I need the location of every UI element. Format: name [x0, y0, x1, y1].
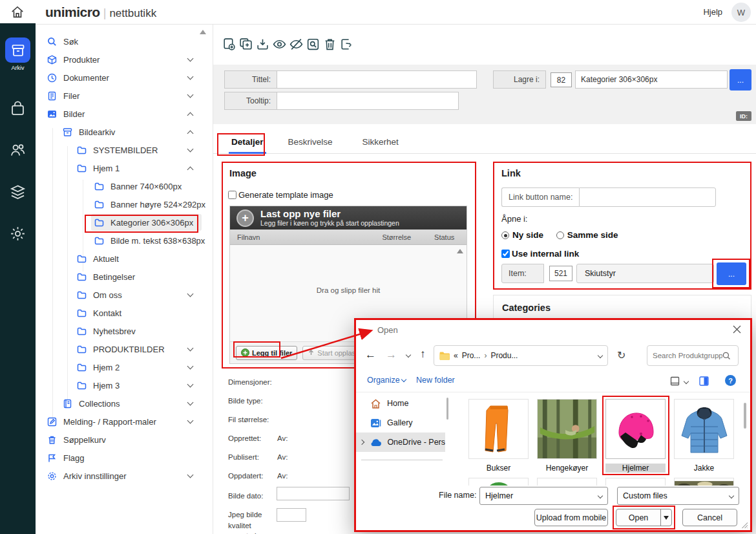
delete-icon[interactable] — [322, 37, 337, 52]
recent-locations-icon[interactable] — [406, 352, 411, 358]
nav-item-collections[interactable]: Collections — [36, 394, 213, 412]
up-icon[interactable]: ↑ — [420, 348, 426, 361]
nav-item-banner524[interactable]: Banner høyre 524×292px — [36, 195, 213, 213]
upload-from-mobile-button[interactable]: Upload from mobile — [534, 509, 608, 526]
preview-pane-icon[interactable] — [699, 376, 709, 386]
avatar[interactable]: W — [731, 3, 751, 22]
home-icon[interactable] — [10, 5, 25, 19]
file-thumb-partial-3[interactable] — [605, 478, 666, 486]
file-thumb-partial-1[interactable] — [468, 478, 529, 486]
nav-item-dokumenter[interactable]: Dokumenter — [36, 69, 213, 87]
file-type-combo[interactable]: Custom files — [617, 487, 739, 505]
new-folder-button[interactable]: New folder — [416, 376, 455, 385]
jpeg-quality-input[interactable] — [277, 508, 306, 522]
tab-sikkerhet[interactable]: Sikkerhet — [353, 133, 408, 153]
nav-item-bilder[interactable]: Bilder — [36, 105, 213, 123]
nav-item-hjem1[interactable]: Hjem 1 — [36, 159, 213, 177]
view-icon[interactable] — [670, 376, 680, 386]
address-dropdown-icon[interactable] — [598, 353, 603, 358]
search-box[interactable] — [647, 345, 739, 366]
nav-item-systembilder[interactable]: SYSTEMBILDER — [36, 141, 213, 159]
layers-icon[interactable] — [9, 184, 26, 201]
open-button[interactable]: Open — [616, 509, 672, 526]
preview-icon[interactable] — [306, 37, 320, 52]
lagre-id-box[interactable]: 82 — [551, 72, 572, 87]
nav-item-meldingmaler[interactable]: Melding- / Rapport-maler — [36, 412, 213, 431]
tab-beskrivelse[interactable]: Beskrivelse — [279, 133, 342, 153]
duplicate-icon[interactable] — [238, 37, 253, 52]
sidebar-item-gallery[interactable]: Gallery — [356, 413, 445, 433]
organize-menu[interactable]: Organize — [367, 376, 406, 385]
item-id-box[interactable]: 521 — [549, 266, 572, 281]
rail-item-arkiv[interactable] — [5, 37, 30, 63]
lagre-browse-button[interactable]: ... — [730, 69, 751, 91]
refresh-icon[interactable]: ↻ — [617, 349, 625, 361]
item-browse-button[interactable]: ... — [717, 262, 746, 285]
file-thumb-bukser[interactable] — [468, 399, 529, 459]
file-thumb-hjelmer[interactable] — [605, 399, 666, 459]
nav-item-nyhetsbrev[interactable]: Nyhetsbrev — [36, 322, 213, 340]
tittel-input[interactable] — [277, 70, 477, 89]
internal-link-checkbox[interactable] — [501, 250, 510, 258]
nav-item-omoss[interactable]: Om oss — [36, 286, 213, 304]
tab-detaljer[interactable]: Detaljer — [222, 133, 273, 153]
expand-icon[interactable] — [359, 440, 364, 445]
sidebar-scrollbar[interactable] — [446, 398, 448, 420]
internal-link-row[interactable]: Use internal link — [501, 249, 579, 259]
download-icon[interactable] — [255, 37, 270, 52]
generate-template-row[interactable]: Generate template image — [228, 190, 333, 200]
files-scrollbar[interactable] — [744, 403, 746, 429]
lagre-input[interactable] — [575, 70, 728, 89]
nav-item-aktuelt[interactable]: Aktuelt — [36, 250, 213, 268]
view-dropdown-icon[interactable] — [684, 379, 689, 384]
new-item-icon[interactable] — [222, 37, 236, 52]
help-link[interactable]: Hjelp — [703, 7, 722, 17]
sidebar-item-onedrive[interactable]: OneDrive - Pers — [356, 433, 445, 452]
shopping-bag-icon[interactable] — [9, 100, 26, 117]
file-thumb-partial-4[interactable] — [674, 478, 734, 486]
users-icon[interactable] — [9, 141, 26, 158]
show-icon[interactable] — [272, 37, 287, 52]
scroll-up-icon[interactable] — [457, 249, 463, 253]
open-dropdown-icon[interactable] — [661, 516, 671, 520]
item-value-field[interactable]: Skiutstyr — [576, 264, 714, 283]
nav-item-banner740[interactable]: Banner 740×600px — [36, 177, 213, 195]
nav-item-produkter[interactable]: Produkter — [36, 50, 213, 69]
address-bar[interactable]: « Pro... › Produ... — [434, 345, 608, 366]
nav-item-bilde638[interactable]: Bilde m. tekst 638×638px — [36, 231, 213, 250]
nav-item-filer[interactable]: Filer — [36, 87, 213, 105]
nav-item-betingelser[interactable]: Betingelser — [36, 268, 213, 286]
nav-item-flagg[interactable]: Flagg — [36, 449, 213, 467]
search-input[interactable] — [653, 352, 722, 359]
nav-item-soppelkurv[interactable]: Søppelkurv — [36, 431, 213, 449]
cancel-button[interactable]: Cancel — [682, 509, 737, 526]
nav-item-kategorier[interactable]: Kategorier 306×306px — [36, 213, 213, 231]
file-name-combo[interactable]: Hjelmer — [479, 487, 608, 505]
tooltip-input[interactable] — [277, 92, 459, 110]
generate-template-checkbox[interactable] — [228, 191, 236, 199]
bilde-dato-input[interactable] — [277, 487, 350, 500]
radio-samme-side[interactable]: Samme side — [556, 230, 618, 240]
gear-icon[interactable] — [9, 225, 26, 242]
nav-item-produktbilder[interactable]: PRODUKTBILDER — [36, 340, 213, 358]
nav-item-bildearkiv[interactable]: Bildearkiv — [36, 123, 213, 141]
crumb-parent[interactable]: Pro... — [462, 351, 481, 360]
close-icon[interactable] — [733, 325, 741, 334]
file-thumb-hengekoyer[interactable] — [537, 399, 597, 459]
file-thumb-jakke[interactable] — [674, 399, 734, 459]
crumb-current[interactable]: Produ... — [490, 351, 518, 360]
sidebar-item-home[interactable]: Home — [356, 394, 445, 413]
hide-icon[interactable] — [289, 37, 304, 52]
help-icon[interactable]: ? — [725, 375, 736, 386]
file-thumb-partial-2[interactable] — [537, 478, 597, 486]
nav-item-hjem2[interactable]: Hjem 2 — [36, 358, 213, 376]
link-button-name-input[interactable] — [579, 187, 716, 207]
nav-item-arkivinnstillinger[interactable]: Arkiv innstillinger — [36, 467, 213, 485]
resize-grip[interactable] — [741, 522, 748, 528]
nav-item-hjem3[interactable]: Hjem 3 — [36, 376, 213, 394]
radio-ny-side[interactable]: Ny side — [501, 230, 543, 240]
forward-icon[interactable]: → — [386, 348, 397, 361]
move-icon[interactable] — [339, 37, 354, 52]
nav-item-kontakt[interactable]: Kontakt — [36, 304, 213, 322]
nav-item-sok[interactable]: Søk — [36, 32, 213, 50]
